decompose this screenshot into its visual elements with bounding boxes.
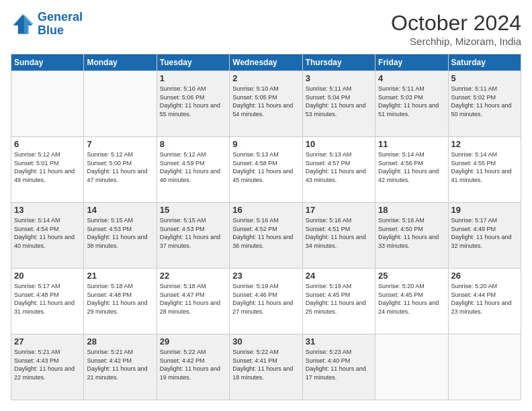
day-number: 2 (232, 73, 299, 83)
calendar-cell: 5Sunrise: 5:11 AMSunset: 5:02 PMDaylight… (448, 71, 521, 137)
cell-info: Sunrise: 5:15 AMSunset: 4:53 PMDaylight:… (160, 216, 226, 250)
title-block: October 2024 Serchhip, Mizoram, India (391, 11, 521, 47)
cell-info: Sunrise: 5:20 AMSunset: 4:45 PMDaylight:… (378, 282, 445, 316)
day-number: 29 (160, 336, 226, 347)
calendar-cell: 23Sunrise: 5:19 AMSunset: 4:46 PMDayligh… (230, 269, 302, 334)
calendar-cell (375, 334, 448, 400)
cell-info: Sunrise: 5:21 AMSunset: 4:42 PMDaylight:… (87, 348, 153, 381)
calendar-cell: 27Sunrise: 5:21 AMSunset: 4:43 PMDayligh… (11, 334, 84, 400)
cell-info: Sunrise: 5:18 AMSunset: 4:48 PMDaylight:… (87, 282, 153, 316)
day-number: 26 (451, 271, 518, 281)
month-title: October 2024 (391, 11, 521, 36)
col-header-sunday: Sunday (11, 54, 84, 71)
calendar-cell: 29Sunrise: 5:22 AMSunset: 4:42 PMDayligh… (157, 334, 229, 400)
cell-info: Sunrise: 5:12 AMSunset: 4:59 PMDaylight:… (160, 150, 226, 184)
calendar-cell: 26Sunrise: 5:20 AMSunset: 4:44 PMDayligh… (448, 269, 521, 334)
cell-info: Sunrise: 5:15 AMSunset: 4:53 PMDaylight:… (87, 216, 153, 250)
day-number: 21 (87, 271, 153, 281)
day-number: 17 (306, 205, 372, 215)
location-title: Serchhip, Mizoram, India (391, 36, 521, 47)
day-number: 12 (451, 139, 518, 149)
day-number: 8 (160, 139, 226, 149)
week-row-1: 1Sunrise: 5:10 AMSunset: 5:06 PMDaylight… (11, 71, 521, 137)
calendar-cell: 19Sunrise: 5:17 AMSunset: 4:49 PMDayligh… (448, 203, 521, 269)
cell-info: Sunrise: 5:21 AMSunset: 4:43 PMDaylight:… (14, 348, 81, 381)
header-row: SundayMondayTuesdayWednesdayThursdayFrid… (11, 54, 521, 71)
col-header-saturday: Saturday (448, 54, 521, 71)
col-header-monday: Monday (84, 54, 157, 71)
calendar-cell: 11Sunrise: 5:14 AMSunset: 4:56 PMDayligh… (375, 137, 448, 203)
calendar-cell: 4Sunrise: 5:11 AMSunset: 5:03 PMDaylight… (375, 71, 448, 137)
day-number: 18 (378, 205, 445, 215)
week-row-3: 13Sunrise: 5:14 AMSunset: 4:54 PMDayligh… (11, 203, 521, 269)
cell-info: Sunrise: 5:23 AMSunset: 4:40 PMDaylight:… (306, 348, 372, 381)
logo-text: General Blue (38, 11, 83, 38)
cell-info: Sunrise: 5:12 AMSunset: 5:00 PMDaylight:… (87, 150, 153, 184)
calendar-cell: 2Sunrise: 5:10 AMSunset: 5:05 PMDaylight… (230, 71, 302, 137)
cell-info: Sunrise: 5:16 AMSunset: 4:50 PMDaylight:… (378, 216, 445, 250)
day-number: 20 (14, 271, 81, 281)
calendar-cell: 13Sunrise: 5:14 AMSunset: 4:54 PMDayligh… (11, 203, 84, 269)
calendar-cell: 30Sunrise: 5:22 AMSunset: 4:41 PMDayligh… (230, 334, 302, 400)
cell-info: Sunrise: 5:10 AMSunset: 5:06 PMDaylight:… (160, 85, 226, 118)
calendar-cell: 8Sunrise: 5:12 AMSunset: 4:59 PMDaylight… (157, 137, 229, 203)
day-number: 28 (87, 336, 153, 347)
header: General Blue October 2024 Serchhip, Mizo… (11, 11, 521, 47)
day-number: 7 (87, 139, 153, 149)
calendar-cell: 28Sunrise: 5:21 AMSunset: 4:42 PMDayligh… (84, 334, 157, 400)
day-number: 19 (451, 205, 518, 215)
logo-icon (11, 12, 35, 36)
calendar-cell: 3Sunrise: 5:11 AMSunset: 5:04 PMDaylight… (302, 71, 375, 137)
day-number: 27 (14, 336, 81, 347)
cell-info: Sunrise: 5:20 AMSunset: 4:44 PMDaylight:… (451, 282, 518, 316)
logo: General Blue (11, 11, 83, 38)
calendar-cell: 10Sunrise: 5:13 AMSunset: 4:57 PMDayligh… (302, 137, 375, 203)
day-number: 6 (14, 139, 81, 149)
cell-info: Sunrise: 5:22 AMSunset: 4:41 PMDaylight:… (232, 348, 299, 381)
day-number: 13 (14, 205, 81, 215)
day-number: 23 (232, 271, 299, 281)
calendar-cell: 21Sunrise: 5:18 AMSunset: 4:48 PMDayligh… (84, 269, 157, 334)
calendar-cell (84, 71, 157, 137)
cell-info: Sunrise: 5:17 AMSunset: 4:49 PMDaylight:… (451, 216, 518, 250)
cell-info: Sunrise: 5:16 AMSunset: 4:51 PMDaylight:… (306, 216, 372, 250)
calendar-cell: 7Sunrise: 5:12 AMSunset: 5:00 PMDaylight… (84, 137, 157, 203)
day-number: 15 (160, 205, 226, 215)
calendar-cell: 18Sunrise: 5:16 AMSunset: 4:50 PMDayligh… (375, 203, 448, 269)
cell-info: Sunrise: 5:19 AMSunset: 4:45 PMDaylight:… (306, 282, 372, 316)
cell-info: Sunrise: 5:14 AMSunset: 4:54 PMDaylight:… (14, 216, 81, 250)
day-number: 30 (232, 336, 299, 347)
week-row-5: 27Sunrise: 5:21 AMSunset: 4:43 PMDayligh… (11, 334, 521, 400)
cell-info: Sunrise: 5:13 AMSunset: 4:57 PMDaylight:… (306, 150, 372, 184)
svg-marker-1 (24, 14, 34, 34)
cell-info: Sunrise: 5:19 AMSunset: 4:46 PMDaylight:… (232, 282, 299, 316)
cell-info: Sunrise: 5:10 AMSunset: 5:05 PMDaylight:… (232, 85, 299, 118)
day-number: 11 (378, 139, 445, 149)
calendar-cell: 9Sunrise: 5:13 AMSunset: 4:58 PMDaylight… (230, 137, 302, 203)
day-number: 22 (160, 271, 226, 281)
day-number: 14 (87, 205, 153, 215)
col-header-friday: Friday (375, 54, 448, 71)
calendar-cell: 24Sunrise: 5:19 AMSunset: 4:45 PMDayligh… (302, 269, 375, 334)
day-number: 5 (451, 73, 518, 83)
cell-info: Sunrise: 5:14 AMSunset: 4:55 PMDaylight:… (451, 150, 518, 184)
day-number: 1 (160, 73, 226, 83)
logo-line1: General (38, 10, 83, 24)
cell-info: Sunrise: 5:12 AMSunset: 5:01 PMDaylight:… (14, 150, 81, 184)
col-header-wednesday: Wednesday (230, 54, 302, 71)
calendar-cell: 31Sunrise: 5:23 AMSunset: 4:40 PMDayligh… (302, 334, 375, 400)
day-number: 31 (306, 336, 372, 347)
page: General Blue October 2024 Serchhip, Mizo… (0, 0, 532, 411)
day-number: 3 (306, 73, 372, 83)
calendar-table: SundayMondayTuesdayWednesdayThursdayFrid… (11, 54, 521, 400)
cell-info: Sunrise: 5:13 AMSunset: 4:58 PMDaylight:… (232, 150, 299, 184)
cell-info: Sunrise: 5:11 AMSunset: 5:03 PMDaylight:… (378, 85, 445, 118)
calendar-cell: 20Sunrise: 5:17 AMSunset: 4:48 PMDayligh… (11, 269, 84, 334)
week-row-2: 6Sunrise: 5:12 AMSunset: 5:01 PMDaylight… (11, 137, 521, 203)
day-number: 16 (232, 205, 299, 215)
cell-info: Sunrise: 5:22 AMSunset: 4:42 PMDaylight:… (160, 348, 226, 381)
cell-info: Sunrise: 5:16 AMSunset: 4:52 PMDaylight:… (232, 216, 299, 250)
day-number: 4 (378, 73, 445, 83)
calendar-cell: 12Sunrise: 5:14 AMSunset: 4:55 PMDayligh… (448, 137, 521, 203)
logo-line2: Blue (38, 24, 64, 37)
